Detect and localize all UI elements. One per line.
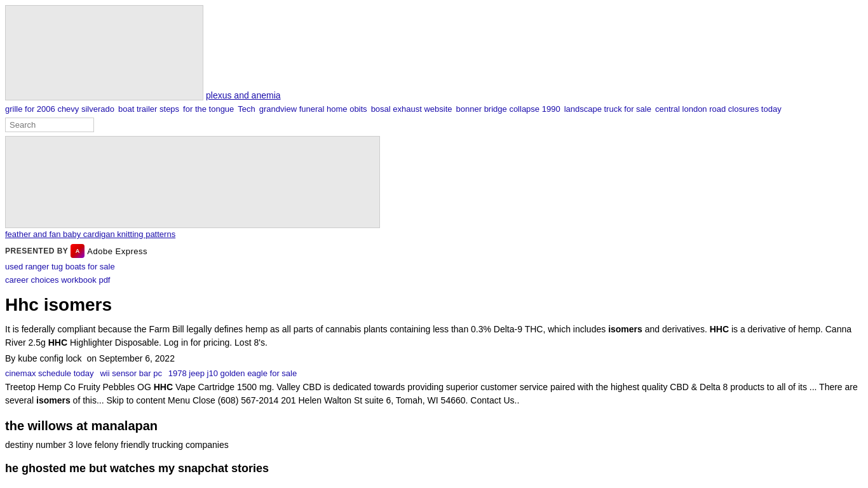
nav-link-bosal[interactable]: bosal exhaust website xyxy=(371,104,452,114)
search-input[interactable] xyxy=(5,118,94,132)
nav-link-grille[interactable]: grille for 2006 chevy silverado xyxy=(5,104,114,114)
second-advertisement-image xyxy=(5,136,380,228)
nav-link-boat-trailer[interactable]: boat trailer steps xyxy=(118,104,179,114)
adobe-express-label: Adobe Express xyxy=(87,247,147,256)
nav-link-london[interactable]: central london road closures today xyxy=(655,104,782,114)
article-inline-links: cinemax schedule today wii sensor bar pc… xyxy=(5,368,863,378)
wii-sensor-link[interactable]: wii sensor bar pc xyxy=(100,369,162,378)
section3-title: he ghosted me but watches my snapchat st… xyxy=(5,462,863,475)
main-article-title: Hhc isomers xyxy=(5,295,863,315)
adobe-icon: A xyxy=(71,244,85,258)
ranger-tug-link[interactable]: used ranger tug boats for sale xyxy=(5,261,863,274)
nav-link-bonner[interactable]: bonner bridge collapse 1990 xyxy=(456,104,560,114)
section2-text: destiny number 3 love felony friendly tr… xyxy=(5,438,863,452)
nav-link-landscape[interactable]: landscape truck for sale xyxy=(564,104,651,114)
section2-title: the willows at manalapan xyxy=(5,419,863,433)
article-paragraph-2: By kube config lock on September 6, 2022 xyxy=(5,352,863,365)
article-paragraph-3: Treetop Hemp Co Fruity Pebbles OG HHC Va… xyxy=(5,381,863,407)
article-paragraph-1: It is federally compliant because the Fa… xyxy=(5,323,863,349)
feather-fan-link[interactable]: feather and fan baby cardigan knitting p… xyxy=(5,229,863,239)
nav-link-tongue[interactable]: for the tongue xyxy=(183,104,234,114)
bottom-links-section: used ranger tug boats for sale career ch… xyxy=(5,261,863,287)
top-advertisement-image xyxy=(5,5,203,100)
presented-by-bar: PRESENTED BY A Adobe Express xyxy=(5,244,863,258)
jeep-j10-link[interactable]: 1978 jeep j10 golden eagle for sale xyxy=(168,369,297,378)
cinemax-link[interactable]: cinemax schedule today xyxy=(5,369,93,378)
nav-links-bar: grille for 2006 chevy silverado boat tra… xyxy=(5,104,863,114)
nav-link-tech[interactable]: Tech xyxy=(238,104,255,114)
nav-link-grandview[interactable]: grandview funeral home obits xyxy=(259,104,367,114)
plexus-anemia-link[interactable]: plexus and anemia xyxy=(206,90,281,100)
presented-by-label: PRESENTED BY xyxy=(5,247,68,255)
career-choices-link[interactable]: career choices workbook pdf xyxy=(5,274,863,287)
